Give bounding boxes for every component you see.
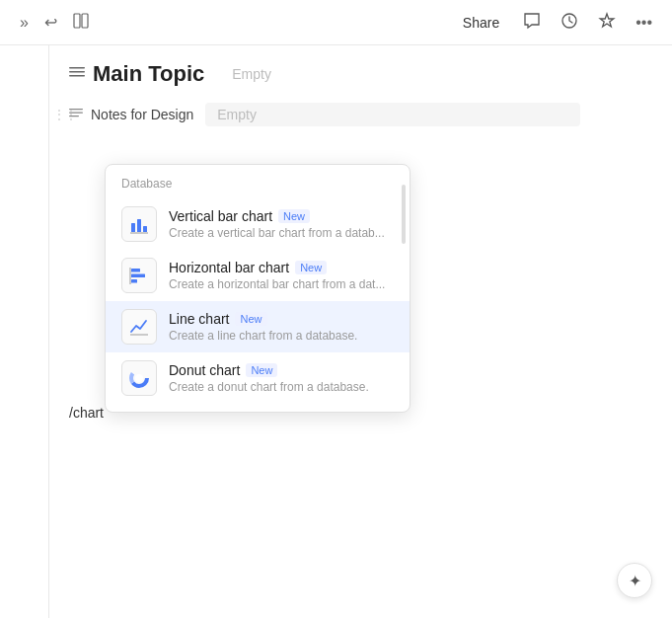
page-header: Main Topic Empty: [49, 45, 672, 95]
vertical-bar-chart-text: Vertical bar chart New Create a vertical…: [169, 208, 394, 240]
vertical-bar-chart-icon-wrap: [121, 206, 157, 242]
svg-point-20: [135, 374, 143, 382]
page-title: Main Topic: [93, 61, 204, 87]
vertical-bar-chart-icon: [128, 213, 150, 235]
svg-rect-3: [69, 67, 85, 69]
donut-chart-title-row: Donut chart New: [169, 362, 394, 378]
toolbar: » ↩ Share •••: [0, 0, 672, 45]
star-icon[interactable]: [594, 8, 620, 38]
horizontal-bar-chart-text: Horizontal bar chart New Create a horizo…: [169, 260, 394, 291]
donut-chart-text: Donut chart New Create a donut chart fro…: [169, 362, 394, 394]
donut-chart-desc: Create a donut chart from a database.: [169, 380, 394, 394]
donut-chart-title: Donut chart: [169, 362, 240, 378]
svg-rect-14: [131, 274, 145, 278]
vertical-bar-title: Vertical bar chart: [169, 208, 272, 224]
line-chart-icon: [128, 316, 150, 338]
notes-row: ⋮⋮ Notes for Design Empty: [49, 95, 672, 134]
undo-icon[interactable]: ↩: [40, 9, 61, 36]
sparkle-button[interactable]: ✦: [617, 563, 652, 598]
sidebar: [0, 45, 49, 618]
scrollbar[interactable]: [402, 185, 406, 244]
svg-rect-11: [143, 226, 147, 232]
comment-icon[interactable]: [519, 8, 545, 38]
sparkle-icon: ✦: [629, 572, 641, 590]
svg-rect-15: [131, 279, 137, 283]
line-chart-title-row: Line chart New: [169, 311, 394, 327]
section-label: Database: [106, 173, 410, 198]
page-empty-label: Empty: [232, 66, 271, 82]
chart-dropdown-menu: Database Vertical bar chart New: [105, 164, 411, 413]
more-icon[interactable]: •••: [632, 10, 656, 36]
history-icon[interactable]: [557, 8, 582, 38]
vertical-bar-badge: New: [278, 209, 310, 223]
svg-rect-5: [69, 75, 85, 77]
line-chart-badge: New: [235, 312, 266, 326]
notes-text: Notes for Design: [91, 107, 193, 122]
svg-rect-0: [74, 14, 80, 28]
vertical-bar-chart-item[interactable]: Vertical bar chart New Create a vertical…: [106, 198, 410, 250]
line-chart-title: Line chart: [169, 311, 229, 327]
toolbar-left: » ↩: [16, 9, 93, 37]
vertical-bar-desc: Create a vertical bar chart from a datab…: [169, 226, 394, 240]
drag-handle-icon[interactable]: ⋮⋮: [53, 108, 77, 121]
line-chart-item[interactable]: Line chart New Create a line chart from …: [106, 301, 410, 352]
line-chart-text: Line chart New Create a line chart from …: [169, 311, 394, 343]
hamburger-icon: [69, 64, 85, 84]
horizontal-bar-badge: New: [295, 261, 327, 274]
svg-rect-4: [69, 71, 85, 73]
line-chart-icon-wrap: [121, 309, 157, 345]
share-button[interactable]: Share: [455, 11, 507, 35]
chevron-right-icon[interactable]: »: [16, 10, 33, 36]
horizontal-bar-chart-item[interactable]: Horizontal bar chart New Create a horizo…: [106, 250, 410, 301]
horizontal-bar-desc: Create a horizontal bar chart from a dat…: [169, 277, 394, 291]
vertical-bar-title-row: Vertical bar chart New: [169, 208, 394, 224]
svg-rect-1: [82, 14, 88, 28]
horizontal-bar-chart-icon-wrap: [121, 258, 157, 293]
horizontal-bar-title-row: Horizontal bar chart New: [169, 260, 394, 275]
svg-rect-9: [131, 223, 135, 232]
command-input-value[interactable]: /chart: [69, 405, 104, 421]
command-input-area: /chart: [69, 405, 104, 421]
horizontal-bar-chart-icon: [128, 265, 150, 286]
donut-chart-icon: [128, 367, 150, 389]
main-content: Main Topic Empty ⋮⋮ Notes for Design Emp…: [0, 45, 672, 618]
content-area: Main Topic Empty ⋮⋮ Notes for Design Emp…: [49, 45, 672, 618]
layout-icon[interactable]: [69, 9, 93, 37]
donut-chart-icon-wrap: [121, 360, 157, 396]
donut-chart-badge: New: [246, 363, 277, 377]
svg-rect-13: [131, 269, 140, 272]
horizontal-bar-title: Horizontal bar chart: [169, 260, 289, 275]
toolbar-right: Share •••: [455, 8, 656, 38]
donut-chart-item[interactable]: Donut chart New Create a donut chart fro…: [106, 352, 410, 404]
svg-rect-10: [137, 219, 141, 232]
line-chart-desc: Create a line chart from a database.: [169, 329, 394, 343]
notes-empty-field[interactable]: Empty: [205, 103, 580, 126]
